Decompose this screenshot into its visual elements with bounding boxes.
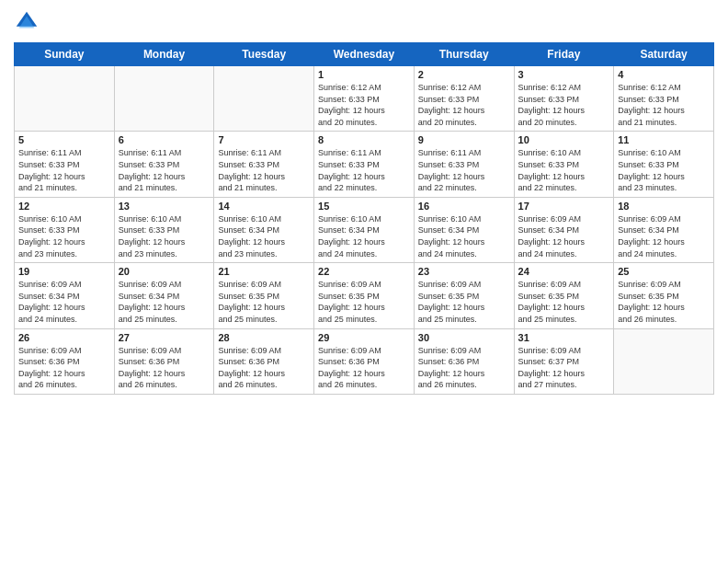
day-number: 23 (418, 266, 510, 277)
day-info: Sunrise: 6:09 AM Sunset: 6:36 PM Dayligh… (18, 345, 110, 391)
day-number: 12 (18, 201, 110, 212)
day-number: 28 (218, 332, 310, 343)
calendar-week-row: 1Sunrise: 6:12 AM Sunset: 6:33 PM Daylig… (15, 66, 714, 132)
day-number: 30 (418, 332, 510, 343)
calendar-table: SundayMondayTuesdayWednesdayThursdayFrid… (14, 42, 714, 395)
day-info: Sunrise: 6:09 AM Sunset: 6:35 PM Dayligh… (418, 279, 510, 325)
day-info: Sunrise: 6:09 AM Sunset: 6:35 PM Dayligh… (318, 279, 410, 325)
calendar-day-cell: 5Sunrise: 6:11 AM Sunset: 6:33 PM Daylig… (15, 132, 115, 197)
day-info: Sunrise: 6:10 AM Sunset: 6:33 PM Dayligh… (119, 213, 210, 259)
calendar-day-cell: 17Sunrise: 6:09 AM Sunset: 6:34 PM Dayli… (514, 197, 614, 262)
day-number: 25 (618, 266, 710, 277)
calendar-col-header: Friday (514, 43, 614, 66)
calendar-day-cell: 7Sunrise: 6:11 AM Sunset: 6:33 PM Daylig… (214, 132, 314, 197)
day-number: 8 (318, 134, 410, 145)
day-info: Sunrise: 6:09 AM Sunset: 6:34 PM Dayligh… (518, 213, 610, 259)
day-info: Sunrise: 6:11 AM Sunset: 6:33 PM Dayligh… (418, 147, 510, 193)
calendar-day-cell: 4Sunrise: 6:12 AM Sunset: 6:33 PM Daylig… (614, 66, 714, 132)
calendar-day-cell: 8Sunrise: 6:11 AM Sunset: 6:33 PM Daylig… (314, 132, 415, 197)
day-number: 9 (418, 134, 510, 145)
calendar-day-cell: 23Sunrise: 6:09 AM Sunset: 6:35 PM Dayli… (414, 263, 514, 328)
day-number: 27 (119, 332, 210, 343)
calendar-day-cell: 12Sunrise: 6:10 AM Sunset: 6:33 PM Dayli… (15, 197, 115, 262)
day-number: 10 (518, 134, 610, 145)
calendar-day-cell: 31Sunrise: 6:09 AM Sunset: 6:37 PM Dayli… (514, 328, 614, 394)
calendar-day-cell (15, 66, 115, 132)
calendar-col-header: Saturday (614, 43, 714, 66)
day-info: Sunrise: 6:12 AM Sunset: 6:33 PM Dayligh… (318, 82, 410, 128)
day-number: 7 (218, 134, 310, 145)
calendar-col-header: Wednesday (314, 43, 415, 66)
day-number: 18 (618, 201, 710, 212)
day-info: Sunrise: 6:09 AM Sunset: 6:37 PM Dayligh… (518, 345, 610, 391)
day-number: 13 (119, 201, 210, 212)
calendar-col-header: Monday (114, 43, 214, 66)
calendar-col-header: Thursday (414, 43, 514, 66)
day-info: Sunrise: 6:09 AM Sunset: 6:34 PM Dayligh… (618, 213, 710, 259)
day-info: Sunrise: 6:09 AM Sunset: 6:34 PM Dayligh… (119, 279, 210, 325)
calendar-week-row: 19Sunrise: 6:09 AM Sunset: 6:34 PM Dayli… (15, 263, 714, 328)
calendar-day-cell (114, 66, 214, 132)
day-info: Sunrise: 6:12 AM Sunset: 6:33 PM Dayligh… (518, 82, 610, 128)
day-info: Sunrise: 6:09 AM Sunset: 6:35 PM Dayligh… (518, 279, 610, 325)
day-info: Sunrise: 6:09 AM Sunset: 6:36 PM Dayligh… (418, 345, 510, 391)
day-number: 22 (318, 266, 410, 277)
calendar-week-row: 12Sunrise: 6:10 AM Sunset: 6:33 PM Dayli… (15, 197, 714, 262)
day-info: Sunrise: 6:11 AM Sunset: 6:33 PM Dayligh… (218, 147, 310, 193)
calendar-week-row: 26Sunrise: 6:09 AM Sunset: 6:36 PM Dayli… (15, 328, 714, 394)
day-info: Sunrise: 6:11 AM Sunset: 6:33 PM Dayligh… (18, 147, 110, 193)
calendar-day-cell: 27Sunrise: 6:09 AM Sunset: 6:36 PM Dayli… (114, 328, 214, 394)
calendar-day-cell: 2Sunrise: 6:12 AM Sunset: 6:33 PM Daylig… (414, 66, 514, 132)
day-number: 29 (318, 332, 410, 343)
day-number: 19 (18, 266, 110, 277)
day-number: 3 (518, 69, 610, 80)
day-number: 6 (119, 134, 210, 145)
day-info: Sunrise: 6:10 AM Sunset: 6:33 PM Dayligh… (18, 213, 110, 259)
calendar-day-cell (214, 66, 314, 132)
day-info: Sunrise: 6:09 AM Sunset: 6:36 PM Dayligh… (318, 345, 410, 391)
calendar-day-cell: 1Sunrise: 6:12 AM Sunset: 6:33 PM Daylig… (314, 66, 415, 132)
day-number: 1 (318, 69, 410, 80)
logo (14, 9, 41, 35)
logo-icon (14, 9, 40, 35)
day-number: 31 (518, 332, 610, 343)
day-info: Sunrise: 6:10 AM Sunset: 6:34 PM Dayligh… (418, 213, 510, 259)
day-info: Sunrise: 6:10 AM Sunset: 6:33 PM Dayligh… (518, 147, 610, 193)
calendar-day-cell: 22Sunrise: 6:09 AM Sunset: 6:35 PM Dayli… (314, 263, 415, 328)
calendar-day-cell: 24Sunrise: 6:09 AM Sunset: 6:35 PM Dayli… (514, 263, 614, 328)
calendar-day-cell: 9Sunrise: 6:11 AM Sunset: 6:33 PM Daylig… (414, 132, 514, 197)
calendar-day-cell: 26Sunrise: 6:09 AM Sunset: 6:36 PM Dayli… (15, 328, 115, 394)
calendar-day-cell (614, 328, 714, 394)
calendar-col-header: Tuesday (214, 43, 314, 66)
day-number: 17 (518, 201, 610, 212)
calendar-page: SundayMondayTuesdayWednesdayThursdayFrid… (0, 0, 728, 563)
day-number: 15 (318, 201, 410, 212)
calendar-day-cell: 20Sunrise: 6:09 AM Sunset: 6:34 PM Dayli… (114, 263, 214, 328)
day-number: 14 (218, 201, 310, 212)
calendar-day-cell: 14Sunrise: 6:10 AM Sunset: 6:34 PM Dayli… (214, 197, 314, 262)
day-info: Sunrise: 6:11 AM Sunset: 6:33 PM Dayligh… (318, 147, 410, 193)
calendar-day-cell: 28Sunrise: 6:09 AM Sunset: 6:36 PM Dayli… (214, 328, 314, 394)
calendar-day-cell: 15Sunrise: 6:10 AM Sunset: 6:34 PM Dayli… (314, 197, 415, 262)
calendar-day-cell: 25Sunrise: 6:09 AM Sunset: 6:35 PM Dayli… (614, 263, 714, 328)
calendar-day-cell: 13Sunrise: 6:10 AM Sunset: 6:33 PM Dayli… (114, 197, 214, 262)
day-info: Sunrise: 6:11 AM Sunset: 6:33 PM Dayligh… (119, 147, 210, 193)
calendar-day-cell: 29Sunrise: 6:09 AM Sunset: 6:36 PM Dayli… (314, 328, 415, 394)
calendar-day-cell: 10Sunrise: 6:10 AM Sunset: 6:33 PM Dayli… (514, 132, 614, 197)
day-number: 26 (18, 332, 110, 343)
calendar-day-cell: 16Sunrise: 6:10 AM Sunset: 6:34 PM Dayli… (414, 197, 514, 262)
day-info: Sunrise: 6:12 AM Sunset: 6:33 PM Dayligh… (418, 82, 510, 128)
day-info: Sunrise: 6:09 AM Sunset: 6:36 PM Dayligh… (119, 345, 210, 391)
page-header (14, 9, 714, 35)
day-number: 16 (418, 201, 510, 212)
calendar-day-cell: 30Sunrise: 6:09 AM Sunset: 6:36 PM Dayli… (414, 328, 514, 394)
day-number: 11 (618, 134, 710, 145)
day-info: Sunrise: 6:10 AM Sunset: 6:34 PM Dayligh… (218, 213, 310, 259)
day-info: Sunrise: 6:12 AM Sunset: 6:33 PM Dayligh… (618, 82, 710, 128)
calendar-day-cell: 21Sunrise: 6:09 AM Sunset: 6:35 PM Dayli… (214, 263, 314, 328)
calendar-col-header: Sunday (15, 43, 115, 66)
day-number: 21 (218, 266, 310, 277)
day-info: Sunrise: 6:09 AM Sunset: 6:35 PM Dayligh… (618, 279, 710, 325)
day-info: Sunrise: 6:10 AM Sunset: 6:33 PM Dayligh… (618, 147, 710, 193)
calendar-week-row: 5Sunrise: 6:11 AM Sunset: 6:33 PM Daylig… (15, 132, 714, 197)
